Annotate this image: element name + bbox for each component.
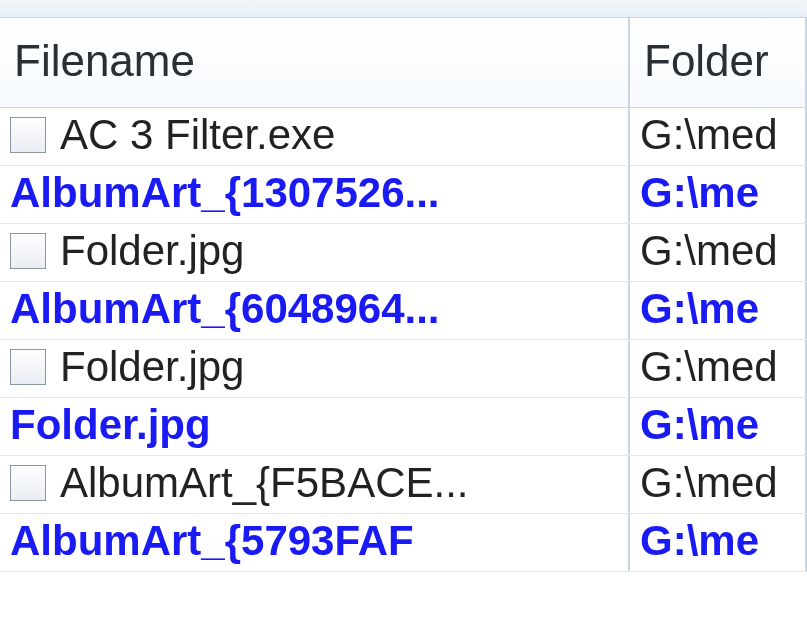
cell-filename: AlbumArt_{6048964... [0, 282, 630, 339]
checkbox-icon[interactable] [10, 117, 46, 153]
checkbox-icon[interactable] [10, 465, 46, 501]
cell-filename: AlbumArt_{5793FAF [0, 514, 630, 571]
filename-text: Folder.jpg [10, 404, 211, 446]
cell-filename: Folder.jpg [0, 340, 630, 397]
table-row[interactable]: Folder.jpg G:\med [0, 224, 807, 282]
cell-folder: G:\med [630, 108, 807, 165]
table-row[interactable]: Folder.jpg G:\me [0, 398, 807, 456]
header-filename[interactable]: Filename [0, 18, 630, 107]
cell-filename: AlbumArt_{F5BACE... [0, 456, 630, 513]
checkbox-icon[interactable] [10, 349, 46, 385]
filename-text: AlbumArt_{5793FAF [10, 520, 414, 562]
cell-filename: Folder.jpg [0, 224, 630, 281]
folder-text: G:\med [640, 462, 778, 504]
filename-text: AC 3 Filter.exe [60, 114, 335, 156]
cell-filename: AC 3 Filter.exe [0, 108, 630, 165]
table-row[interactable]: Folder.jpg G:\med [0, 340, 807, 398]
filename-text: Folder.jpg [60, 346, 244, 388]
filename-text: AlbumArt_{6048964... [10, 288, 440, 330]
cell-folder: G:\me [630, 514, 807, 571]
folder-text: G:\med [640, 114, 778, 156]
cell-folder: G:\med [630, 224, 807, 281]
folder-text: G:\me [640, 520, 759, 562]
table-header: Filename Folder [0, 18, 807, 108]
folder-text: G:\me [640, 172, 759, 214]
folder-text: G:\med [640, 346, 778, 388]
header-folder[interactable]: Folder [630, 18, 807, 107]
folder-text: G:\med [640, 230, 778, 272]
cell-folder: G:\me [630, 166, 807, 223]
cell-filename: AlbumArt_{1307526... [0, 166, 630, 223]
cell-folder: G:\med [630, 456, 807, 513]
filename-text: AlbumArt_{F5BACE... [60, 462, 469, 504]
cell-folder: G:\med [630, 340, 807, 397]
table-body: AC 3 Filter.exe G:\med AlbumArt_{1307526… [0, 108, 807, 572]
table-row[interactable]: AlbumArt_{1307526... G:\me [0, 166, 807, 224]
filename-text: AlbumArt_{1307526... [10, 172, 440, 214]
table-row[interactable]: AC 3 Filter.exe G:\med [0, 108, 807, 166]
cell-filename: Folder.jpg [0, 398, 630, 455]
folder-text: G:\me [640, 404, 759, 446]
table-row[interactable]: AlbumArt_{5793FAF G:\me [0, 514, 807, 572]
table-row[interactable]: AlbumArt_{6048964... G:\me [0, 282, 807, 340]
table-row[interactable]: AlbumArt_{F5BACE... G:\med [0, 456, 807, 514]
cell-folder: G:\me [630, 282, 807, 339]
filename-text: Folder.jpg [60, 230, 244, 272]
checkbox-icon[interactable] [10, 233, 46, 269]
window-top-strip [0, 0, 807, 18]
cell-folder: G:\me [630, 398, 807, 455]
folder-text: G:\me [640, 288, 759, 330]
